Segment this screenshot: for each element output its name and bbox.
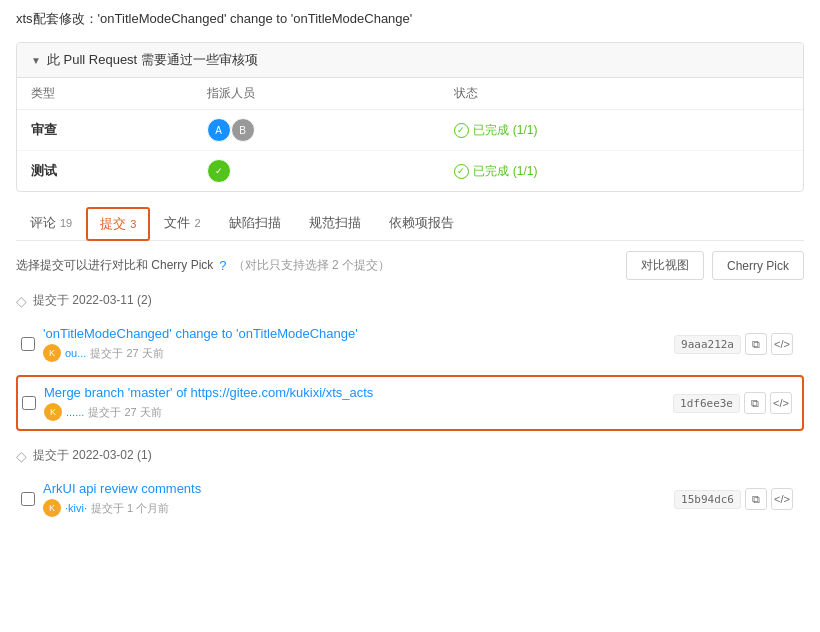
tab-files-label: 文件 (164, 214, 190, 232)
commit-title-2[interactable]: Merge branch 'master' of https://gitee.c… (44, 385, 373, 400)
commit-hash-3: 15b94dc6 (674, 490, 741, 509)
commit-item-3: ArkUI api review comments K ·kivi· 提交于 1… (16, 472, 804, 526)
review-header: ▼ 此 Pull Request 需要通过一些审核项 (17, 43, 803, 78)
commit-time-2: 提交于 27 天前 (88, 405, 161, 420)
review-row-audit: 审查 A B ✓ 已完成 (1/1) (17, 110, 803, 151)
tab-commits[interactable]: 提交 3 (86, 207, 150, 241)
commit-time-3: 提交于 1 个月前 (91, 501, 169, 516)
tab-comments-label: 评论 (30, 214, 56, 232)
hint-text: 选择提交可以进行对比和 Cherry Pick (16, 257, 213, 274)
review-type-audit: 审查 (17, 110, 193, 151)
commit-title-3[interactable]: ArkUI api review comments (43, 481, 201, 496)
help-icon[interactable]: ? (219, 258, 226, 273)
commit-group-date-2: 提交于 2022-03-02 (1) (33, 447, 152, 464)
compare-view-button[interactable]: 对比视图 (626, 251, 704, 280)
review-table: 类型 指派人员 状态 审查 A B ✓ 已完成 (1/1) (17, 78, 803, 191)
view-code-button-3[interactable]: </> (771, 488, 793, 510)
commit-avatar-1: K (43, 344, 61, 362)
col-type: 类型 (17, 78, 193, 110)
review-status-test: ✓ 已完成 (1/1) (440, 151, 803, 192)
commit-group-header-2: ◇ 提交于 2022-03-02 (1) (16, 447, 804, 464)
commit-hash-1: 9aaa212a (674, 335, 741, 354)
commit-hash-area-1: 9aaa212a ⧉ </> (674, 333, 793, 355)
tab-dependency-report-label: 依赖项报告 (389, 214, 454, 232)
review-section: ▼ 此 Pull Request 需要通过一些审核项 类型 指派人员 状态 审查… (16, 42, 804, 192)
tab-norm-scan-label: 规范扫描 (309, 214, 361, 232)
commit-time-1: 提交于 27 天前 (90, 346, 163, 361)
avatar-1: A (207, 118, 231, 142)
review-assignee-audit: A B (193, 110, 440, 151)
tab-comments[interactable]: 评论 19 (16, 206, 86, 240)
tab-files[interactable]: 文件 2 (150, 206, 214, 240)
commit-title-1[interactable]: 'onTitleModeChanged' change to 'onTitleM… (43, 326, 358, 341)
commit-checkbox-1[interactable] (21, 337, 35, 351)
commit-meta-3: K ·kivi· 提交于 1 个月前 (43, 499, 666, 517)
status-text-test: 已完成 (473, 163, 509, 180)
tab-commits-badge: 3 (130, 218, 136, 230)
diamond-icon-1: ◇ (16, 293, 27, 309)
commit-author-2: ...... (66, 406, 84, 418)
status-detail-test: (1/1) (513, 164, 538, 178)
commit-author-3: ·kivi· (65, 502, 87, 514)
page-title: xts配套修改：'onTitleModeChanged' change to '… (16, 10, 804, 28)
commit-avatar-3: K (43, 499, 61, 517)
commit-meta-2: K ...... 提交于 27 天前 (44, 403, 665, 421)
chevron-down-icon: ▼ (31, 55, 41, 66)
review-type-test: 测试 (17, 151, 193, 192)
tab-defect-scan-label: 缺陷扫描 (229, 214, 281, 232)
check-icon-audit: ✓ (454, 123, 469, 138)
commit-group-date-1: 提交于 2022-03-11 (2) (33, 292, 152, 309)
copy-hash-button-3[interactable]: ⧉ (745, 488, 767, 510)
commit-toolbar-right: 对比视图 Cherry Pick (626, 251, 804, 280)
commit-item-1: 'onTitleModeChanged' change to 'onTitleM… (16, 317, 804, 371)
review-status-audit: ✓ 已完成 (1/1) (440, 110, 803, 151)
commit-avatar-2: K (44, 403, 62, 421)
col-assignee: 指派人员 (193, 78, 440, 110)
tab-norm-scan[interactable]: 规范扫描 (295, 206, 375, 240)
commit-checkbox-2[interactable] (22, 396, 36, 410)
tabs-bar: 评论 19 提交 3 文件 2 缺陷扫描 规范扫描 依赖项报告 (16, 206, 804, 241)
commit-meta-1: K ou... 提交于 27 天前 (43, 344, 666, 362)
review-header-text: 此 Pull Request 需要通过一些审核项 (47, 51, 258, 69)
commit-groups: ◇ 提交于 2022-03-11 (2) 'onTitleModeChanged… (16, 292, 804, 526)
status-detail-audit: (1/1) (513, 123, 538, 137)
tab-commits-label: 提交 (100, 215, 126, 233)
commit-content-3: ArkUI api review comments K ·kivi· 提交于 1… (43, 481, 666, 517)
commit-hash-2: 1df6ee3e (673, 394, 740, 413)
tab-defect-scan[interactable]: 缺陷扫描 (215, 206, 295, 240)
copy-hash-button-1[interactable]: ⧉ (745, 333, 767, 355)
copy-hash-button-2[interactable]: ⧉ (744, 392, 766, 414)
review-row-test: 测试 ✓ ✓ 已完成 (1/1) (17, 151, 803, 192)
commit-content-2: Merge branch 'master' of https://gitee.c… (44, 385, 665, 421)
diamond-icon-2: ◇ (16, 448, 27, 464)
tab-files-badge: 2 (194, 217, 200, 229)
view-code-button-1[interactable]: </> (771, 333, 793, 355)
check-icon-test: ✓ (454, 164, 469, 179)
tab-dependency-report[interactable]: 依赖项报告 (375, 206, 468, 240)
col-status: 状态 (440, 78, 803, 110)
commit-hash-area-3: 15b94dc6 ⧉ </> (674, 488, 793, 510)
avatar-3: ✓ (207, 159, 231, 183)
commit-content-1: 'onTitleModeChanged' change to 'onTitleM… (43, 326, 666, 362)
commit-toolbar-left: 选择提交可以进行对比和 Cherry Pick ? （对比只支持选择 2 个提交… (16, 257, 390, 274)
sub-hint: （对比只支持选择 2 个提交） (233, 257, 390, 274)
view-code-button-2[interactable]: </> (770, 392, 792, 414)
tab-comments-badge: 19 (60, 217, 72, 229)
commit-author-1: ou... (65, 347, 86, 359)
commit-checkbox-3[interactable] (21, 492, 35, 506)
commit-toolbar: 选择提交可以进行对比和 Cherry Pick ? （对比只支持选择 2 个提交… (16, 251, 804, 280)
status-text-audit: 已完成 (473, 122, 509, 139)
commit-group-header-1: ◇ 提交于 2022-03-11 (2) (16, 292, 804, 309)
cherry-pick-button[interactable]: Cherry Pick (712, 251, 804, 280)
review-assignee-test: ✓ (193, 151, 440, 192)
commit-item-2: Merge branch 'master' of https://gitee.c… (16, 375, 804, 431)
avatar-2: B (231, 118, 255, 142)
commit-hash-area-2: 1df6ee3e ⧉ </> (673, 392, 792, 414)
